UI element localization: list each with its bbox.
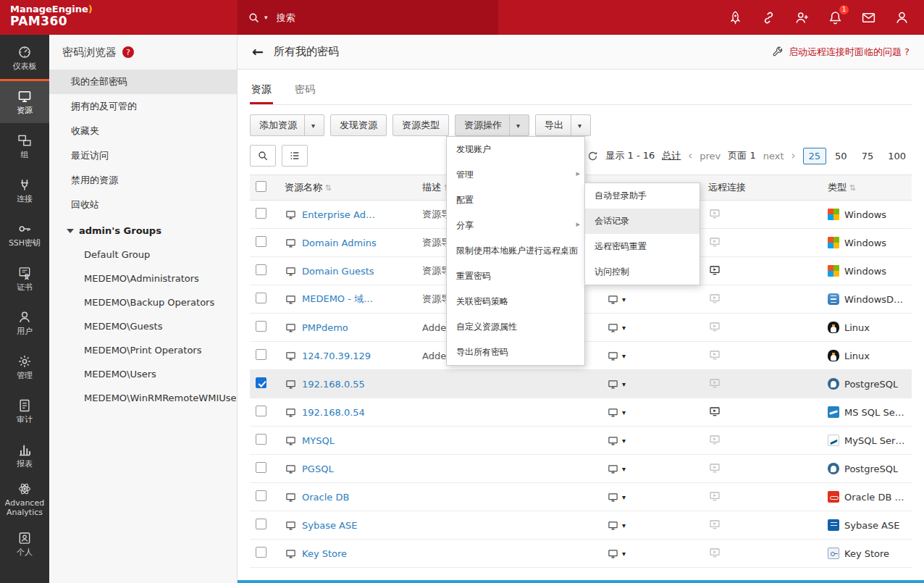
resource-name-link[interactable]: MYSQL [302,435,335,446]
prev-chevron-icon[interactable]: ‹ [688,149,692,162]
sidebar-group-item[interactable]: MEDEMO\WinRMRemoteWMIUser [49,386,237,410]
remote-connect-icon[interactable] [708,293,721,304]
page-size-option[interactable]: 50 [829,148,853,164]
toolbar-button[interactable]: 资源类型 [392,114,449,136]
nav-item-dashboard[interactable]: 仪表板 [0,35,49,79]
resource-actions-dropdown[interactable]: ▾ [607,407,626,418]
sidebar-group-item[interactable]: MEDEMO\Backup Operators [49,290,237,314]
list-view-button[interactable] [282,145,308,167]
row-checkbox[interactable] [256,264,266,275]
row-checkbox[interactable] [256,208,266,219]
menu-item[interactable]: 导出所有密码 [447,340,584,365]
page-size-option[interactable]: 25 [803,148,827,164]
remote-connect-icon[interactable] [708,321,721,332]
remote-connection-help-link[interactable]: 启动远程连接时面临的问题 ? [771,46,910,59]
resource-actions-dropdown[interactable]: ▾ [607,548,626,559]
global-search[interactable]: ▾ [238,0,498,35]
next-chevron-icon[interactable]: › [791,149,796,162]
profile-icon[interactable] [894,10,910,25]
resource-actions-dropdown[interactable]: ▾ [607,435,626,446]
toolbar-button[interactable]: 资源操作 [455,114,529,136]
sidebar-item[interactable]: 我的全部密码 [49,70,237,94]
sidebar-item[interactable]: 最近访问 [49,143,237,168]
sidebar-group-header[interactable]: admin's Groups [49,217,237,243]
column-header[interactable]: 远程连接 [702,175,822,201]
sidebar-group-item[interactable]: MEDEMO\Users [49,362,237,386]
resource-actions-dropdown[interactable]: ▾ [607,520,626,531]
toolbar-button[interactable]: 导出 [535,114,591,136]
resource-actions-dropdown[interactable]: ▾ [607,294,626,305]
nav-item-audit[interactable]: 审计 [0,388,49,432]
row-checkbox[interactable] [256,434,266,445]
row-checkbox[interactable] [256,321,266,332]
remote-connect-icon[interactable] [708,208,721,219]
row-checkbox[interactable] [256,519,266,529]
resource-name-link[interactable]: PGSQL [302,464,334,474]
mail-icon[interactable] [861,10,876,25]
remote-connect-icon[interactable] [708,264,721,276]
submenu-item[interactable]: 会话记录 [585,209,700,234]
prev-button[interactable]: prev [700,151,721,162]
nav-item-groups[interactable]: 组 [0,123,49,167]
menu-item[interactable]: 发现账户 [447,137,584,162]
nav-item-advanced-analytics[interactable]: Advanced Analytics [0,477,49,521]
help-icon[interactable]: ? [122,46,134,58]
refresh-icon[interactable] [587,151,598,162]
add-user-icon[interactable] [794,10,810,25]
bell-icon[interactable]: 1 [828,10,843,25]
remote-connect-icon[interactable] [708,377,721,389]
menu-item[interactable]: 配置 [447,188,584,213]
resource-actions-dropdown[interactable]: ▾ [607,379,626,390]
resource-name-link[interactable]: Domain Admins [302,238,377,248]
resource-name-link[interactable]: Domain Guests [302,266,374,277]
menu-item[interactable]: 自定义资源属性 [447,314,584,340]
select-all-checkbox[interactable] [256,181,266,192]
row-checkbox[interactable] [256,490,266,501]
remote-connect-icon[interactable] [708,406,721,417]
search-scope-caret-icon[interactable]: ▾ [264,14,268,21]
nav-item-admin[interactable]: 管理 [0,344,49,388]
page-size-option[interactable]: 75 [856,148,880,164]
resource-name-link[interactable]: 192.168.0.55 [302,379,365,390]
link-icon[interactable] [761,10,776,25]
remote-connect-icon[interactable] [708,519,721,530]
nav-item-connections[interactable]: 连接 [0,167,49,211]
next-button[interactable]: next [763,151,784,162]
row-checkbox[interactable] [256,462,266,473]
row-checkbox[interactable] [256,293,266,303]
remote-connect-icon[interactable] [708,236,721,248]
horizontal-scrollbar[interactable] [238,580,924,583]
sidebar-group-item[interactable]: Default Group [49,243,237,267]
table-search-button[interactable] [250,145,276,167]
nav-item-resources[interactable]: 资源 [0,79,49,123]
sidebar-item[interactable]: 收藏夹 [49,119,237,143]
resource-actions-dropdown[interactable]: ▾ [607,492,626,503]
resource-actions-dropdown[interactable]: ▾ [607,322,626,333]
nav-item-personal[interactable]: 个人 [0,521,49,565]
brand-logo[interactable]: ManageEngine) PAM360 [0,0,238,35]
sidebar-item[interactable]: 禁用的资源 [49,168,237,193]
submenu-item[interactable]: 自动登录助手 [585,183,700,209]
resource-name-link[interactable]: 124.70.39.129 [302,351,371,361]
resource-name-link[interactable]: MEDEMO - 域… [302,293,373,306]
menu-item[interactable]: 限制使用本地账户进行远程桌面 [447,238,584,264]
tab[interactable]: 资源 [250,78,273,104]
resource-actions-dropdown[interactable]: ▾ [607,464,626,474]
resource-name-link[interactable]: Enterprise Ad… [302,209,375,220]
resource-name-link[interactable]: 192.168.0.54 [302,407,365,418]
resource-name-link[interactable]: PMPdemo [302,322,348,333]
tab[interactable]: 密码 [293,78,316,104]
remote-connect-icon[interactable] [708,462,721,474]
column-header[interactable]: 资源名称 [279,175,416,201]
toolbar-button[interactable]: 添加资源 [250,114,324,136]
nav-item-reports[interactable]: 报表 [0,432,49,477]
remote-connect-icon[interactable] [708,434,721,445]
nav-item-users[interactable]: 用户 [0,300,49,344]
total-link[interactable]: 总计 [662,149,681,162]
remote-connect-icon[interactable] [708,349,721,361]
menu-item[interactable]: 重置密码 [447,264,584,289]
submenu-item[interactable]: 访问控制 [585,259,700,285]
row-checkbox[interactable] [256,377,266,388]
remote-connect-icon[interactable] [708,490,721,502]
menu-item[interactable]: 关联密码策略 [447,289,584,314]
